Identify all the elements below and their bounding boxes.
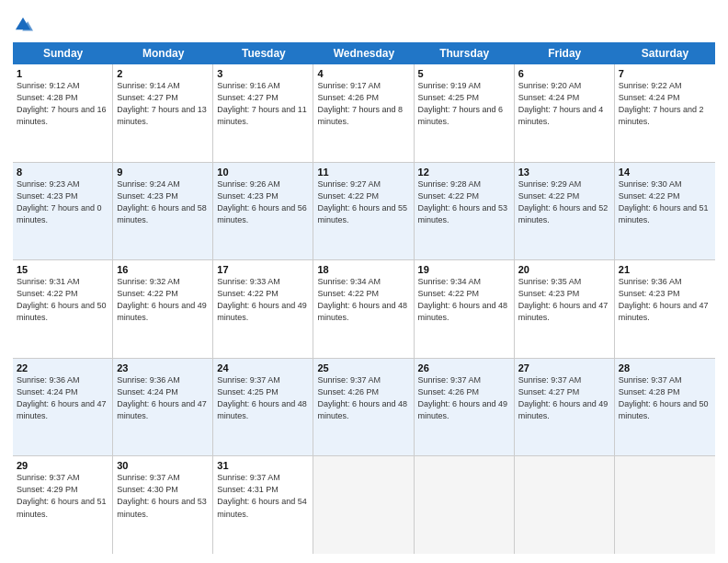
day-number: 27 bbox=[518, 362, 610, 373]
logo-icon bbox=[13, 15, 33, 35]
day-cell-31: 31Sunrise: 9:37 AMSunset: 4:31 PMDayligh… bbox=[213, 456, 313, 554]
day-cell-1: 1Sunrise: 9:12 AMSunset: 4:28 PMDaylight… bbox=[13, 64, 113, 162]
calendar: SundayMondayTuesdayWednesdayThursdayFrid… bbox=[13, 42, 715, 554]
day-number: 19 bbox=[418, 264, 510, 275]
day-info: Sunrise: 9:23 AMSunset: 4:23 PMDaylight:… bbox=[17, 178, 108, 226]
day-number: 25 bbox=[317, 362, 409, 373]
day-info: Sunrise: 9:37 AMSunset: 4:26 PMDaylight:… bbox=[418, 374, 510, 422]
day-cell-25: 25Sunrise: 9:37 AMSunset: 4:26 PMDayligh… bbox=[313, 359, 414, 456]
day-cell-21: 21Sunrise: 9:36 AMSunset: 4:23 PMDayligh… bbox=[615, 260, 715, 358]
week-row-3: 15Sunrise: 9:31 AMSunset: 4:22 PMDayligh… bbox=[13, 260, 715, 359]
day-cell-5: 5Sunrise: 9:19 AMSunset: 4:25 PMDaylight… bbox=[415, 64, 515, 162]
day-cell-13: 13Sunrise: 9:29 AMSunset: 4:22 PMDayligh… bbox=[515, 163, 615, 260]
day-info: Sunrise: 9:14 AMSunset: 4:27 PMDaylight:… bbox=[117, 80, 209, 128]
day-cell-11: 11Sunrise: 9:27 AMSunset: 4:22 PMDayligh… bbox=[313, 163, 414, 260]
header-day-saturday: Saturday bbox=[615, 42, 715, 64]
day-info: Sunrise: 9:22 AMSunset: 4:24 PMDaylight:… bbox=[619, 80, 711, 128]
page: SundayMondayTuesdayWednesdayThursdayFrid… bbox=[0, 0, 728, 563]
day-info: Sunrise: 9:26 AMSunset: 4:23 PMDaylight:… bbox=[217, 178, 309, 226]
day-number: 12 bbox=[418, 167, 510, 178]
day-info: Sunrise: 9:37 AMSunset: 4:31 PMDaylight:… bbox=[217, 472, 309, 520]
day-number: 21 bbox=[619, 264, 711, 275]
day-info: Sunrise: 9:30 AMSunset: 4:22 PMDaylight:… bbox=[619, 178, 711, 226]
day-cell-30: 30Sunrise: 9:37 AMSunset: 4:30 PMDayligh… bbox=[113, 456, 213, 554]
day-info: Sunrise: 9:32 AMSunset: 4:22 PMDaylight:… bbox=[117, 276, 209, 324]
day-cell-14: 14Sunrise: 9:30 AMSunset: 4:22 PMDayligh… bbox=[615, 163, 715, 260]
day-cell-8: 8Sunrise: 9:23 AMSunset: 4:23 PMDaylight… bbox=[13, 163, 113, 260]
empty-cell bbox=[415, 456, 515, 554]
header-day-monday: Monday bbox=[113, 42, 213, 64]
day-info: Sunrise: 9:37 AMSunset: 4:25 PMDaylight:… bbox=[217, 374, 309, 422]
week-row-4: 22Sunrise: 9:36 AMSunset: 4:24 PMDayligh… bbox=[13, 359, 715, 457]
day-info: Sunrise: 9:17 AMSunset: 4:26 PMDaylight:… bbox=[317, 80, 409, 128]
header-day-wednesday: Wednesday bbox=[313, 42, 414, 64]
day-number: 24 bbox=[217, 362, 309, 373]
day-number: 18 bbox=[317, 264, 409, 275]
day-cell-23: 23Sunrise: 9:36 AMSunset: 4:24 PMDayligh… bbox=[113, 359, 213, 456]
day-info: Sunrise: 9:37 AMSunset: 4:30 PMDaylight:… bbox=[117, 472, 209, 520]
header bbox=[13, 9, 715, 35]
day-cell-9: 9Sunrise: 9:24 AMSunset: 4:23 PMDaylight… bbox=[113, 163, 213, 260]
day-cell-2: 2Sunrise: 9:14 AMSunset: 4:27 PMDaylight… bbox=[113, 64, 213, 162]
day-info: Sunrise: 9:19 AMSunset: 4:25 PMDaylight:… bbox=[418, 80, 510, 128]
header-day-thursday: Thursday bbox=[415, 42, 515, 64]
day-number: 6 bbox=[518, 68, 610, 79]
day-number: 8 bbox=[17, 167, 108, 178]
day-number: 20 bbox=[518, 264, 610, 275]
logo bbox=[13, 13, 35, 35]
day-info: Sunrise: 9:35 AMSunset: 4:23 PMDaylight:… bbox=[518, 276, 610, 324]
day-cell-28: 28Sunrise: 9:37 AMSunset: 4:28 PMDayligh… bbox=[615, 359, 715, 456]
day-cell-15: 15Sunrise: 9:31 AMSunset: 4:22 PMDayligh… bbox=[13, 260, 113, 358]
day-cell-26: 26Sunrise: 9:37 AMSunset: 4:26 PMDayligh… bbox=[415, 359, 515, 456]
day-cell-20: 20Sunrise: 9:35 AMSunset: 4:23 PMDayligh… bbox=[515, 260, 615, 358]
day-info: Sunrise: 9:28 AMSunset: 4:22 PMDaylight:… bbox=[418, 178, 510, 226]
header-day-sunday: Sunday bbox=[13, 42, 113, 64]
day-info: Sunrise: 9:20 AMSunset: 4:24 PMDaylight:… bbox=[518, 80, 610, 128]
day-number: 2 bbox=[117, 68, 209, 79]
day-info: Sunrise: 9:36 AMSunset: 4:24 PMDaylight:… bbox=[117, 374, 209, 422]
day-number: 11 bbox=[317, 167, 409, 178]
day-cell-19: 19Sunrise: 9:34 AMSunset: 4:22 PMDayligh… bbox=[415, 260, 515, 358]
day-number: 16 bbox=[117, 264, 209, 275]
day-info: Sunrise: 9:34 AMSunset: 4:22 PMDaylight:… bbox=[418, 276, 510, 324]
day-info: Sunrise: 9:33 AMSunset: 4:22 PMDaylight:… bbox=[217, 276, 309, 324]
day-number: 30 bbox=[117, 460, 209, 471]
week-row-1: 1Sunrise: 9:12 AMSunset: 4:28 PMDaylight… bbox=[13, 64, 715, 163]
header-day-friday: Friday bbox=[515, 42, 615, 64]
day-cell-3: 3Sunrise: 9:16 AMSunset: 4:27 PMDaylight… bbox=[213, 64, 313, 162]
day-info: Sunrise: 9:37 AMSunset: 4:26 PMDaylight:… bbox=[317, 374, 409, 422]
day-cell-12: 12Sunrise: 9:28 AMSunset: 4:22 PMDayligh… bbox=[415, 163, 515, 260]
day-info: Sunrise: 9:27 AMSunset: 4:22 PMDaylight:… bbox=[317, 178, 409, 226]
day-number: 13 bbox=[518, 167, 610, 178]
day-cell-16: 16Sunrise: 9:32 AMSunset: 4:22 PMDayligh… bbox=[113, 260, 213, 358]
day-cell-18: 18Sunrise: 9:34 AMSunset: 4:22 PMDayligh… bbox=[313, 260, 414, 358]
day-number: 7 bbox=[619, 68, 711, 79]
day-number: 23 bbox=[117, 362, 209, 373]
week-row-5: 29Sunrise: 9:37 AMSunset: 4:29 PMDayligh… bbox=[13, 456, 715, 554]
day-number: 5 bbox=[418, 68, 510, 79]
day-number: 29 bbox=[17, 460, 108, 471]
empty-cell bbox=[615, 456, 715, 554]
day-info: Sunrise: 9:37 AMSunset: 4:28 PMDaylight:… bbox=[619, 374, 711, 422]
day-number: 15 bbox=[17, 264, 108, 275]
day-info: Sunrise: 9:36 AMSunset: 4:24 PMDaylight:… bbox=[17, 374, 108, 422]
day-cell-24: 24Sunrise: 9:37 AMSunset: 4:25 PMDayligh… bbox=[213, 359, 313, 456]
day-number: 9 bbox=[117, 167, 209, 178]
day-info: Sunrise: 9:34 AMSunset: 4:22 PMDaylight:… bbox=[317, 276, 409, 324]
week-row-2: 8Sunrise: 9:23 AMSunset: 4:23 PMDaylight… bbox=[13, 163, 715, 261]
day-number: 22 bbox=[17, 362, 108, 373]
day-number: 3 bbox=[217, 68, 309, 79]
day-number: 10 bbox=[217, 167, 309, 178]
empty-cell bbox=[515, 456, 615, 554]
day-info: Sunrise: 9:29 AMSunset: 4:22 PMDaylight:… bbox=[518, 178, 610, 226]
day-number: 26 bbox=[418, 362, 510, 373]
day-cell-4: 4Sunrise: 9:17 AMSunset: 4:26 PMDaylight… bbox=[313, 64, 414, 162]
day-cell-6: 6Sunrise: 9:20 AMSunset: 4:24 PMDaylight… bbox=[515, 64, 615, 162]
day-info: Sunrise: 9:12 AMSunset: 4:28 PMDaylight:… bbox=[17, 80, 108, 128]
day-cell-22: 22Sunrise: 9:36 AMSunset: 4:24 PMDayligh… bbox=[13, 359, 113, 456]
day-cell-27: 27Sunrise: 9:37 AMSunset: 4:27 PMDayligh… bbox=[515, 359, 615, 456]
day-info: Sunrise: 9:16 AMSunset: 4:27 PMDaylight:… bbox=[217, 80, 309, 128]
day-cell-7: 7Sunrise: 9:22 AMSunset: 4:24 PMDaylight… bbox=[615, 64, 715, 162]
day-cell-10: 10Sunrise: 9:26 AMSunset: 4:23 PMDayligh… bbox=[213, 163, 313, 260]
day-info: Sunrise: 9:31 AMSunset: 4:22 PMDaylight:… bbox=[17, 276, 108, 324]
